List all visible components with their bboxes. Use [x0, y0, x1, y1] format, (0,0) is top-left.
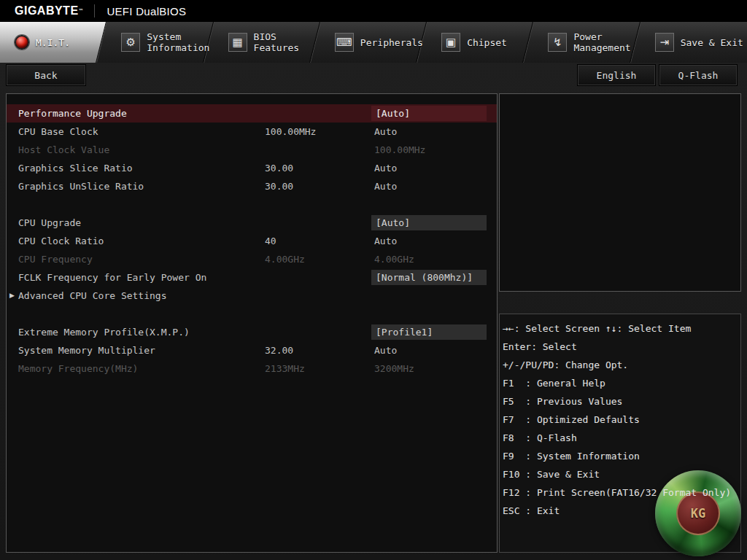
tab-bios-features[interactable]: ▦BIOS Features [214, 22, 320, 63]
mit-sphere-icon [15, 35, 29, 50]
setting-label: Advanced CPU Core Settings [18, 287, 167, 305]
setting-value: Auto [374, 177, 397, 195]
setting-label: Host Clock Value [18, 141, 109, 159]
qflash-button[interactable]: Q-Flash [659, 64, 738, 86]
bios-features-icon: ▦ [228, 33, 247, 52]
setting-label: CPU Frequency [18, 250, 93, 268]
setting-value: [Auto] [371, 215, 487, 230]
tab-label: Power Management [573, 31, 640, 53]
back-button[interactable]: Back [6, 64, 86, 86]
tab-label: Chipset [467, 37, 507, 48]
setting-value: Auto [374, 232, 397, 250]
trademark-symbol: ™ [80, 8, 83, 15]
item-help-panel [499, 93, 741, 292]
settings-spacer [7, 305, 497, 323]
setting-current-value: 2133MHz [265, 359, 305, 378]
tab-save-exit[interactable]: ⇥Save & Exit [640, 22, 747, 63]
hotkey-line: F1 : General Help [503, 374, 740, 392]
setting-label: Extreme Memory Profile(X.M.P.) [18, 323, 190, 341]
hotkey-legend-panel: →←: Select Screen ↑↓: Select ItemEnter: … [499, 314, 741, 553]
setting-value: [Profile1] [371, 324, 487, 340]
hotkey-line: F8 : Q-Flash [503, 429, 740, 447]
submenu-arrow-icon: ▶ [9, 287, 15, 305]
hotkey-line: ESC : Exit [503, 502, 740, 520]
tab-peripherals[interactable]: ⌨Peripherals [320, 22, 427, 63]
setting-value: Auto [374, 341, 397, 359]
settings-row-advanced-cpu-core-settings[interactable]: ▶Advanced CPU Core Settings [7, 287, 497, 305]
hotkey-line: Enter: Select [503, 338, 740, 356]
setting-current-value: 30.00 [265, 159, 293, 177]
hotkey-line: F9 : System Information [503, 447, 740, 465]
hotkey-line: F7 : Optimized Defaults [503, 411, 740, 429]
setting-current-value: 4.00GHz [265, 250, 305, 268]
setting-label: CPU Upgrade [18, 214, 81, 232]
tab-m-i-t[interactable]: M.I.T. [0, 22, 107, 63]
settings-panel: Performance Upgrade[Auto]CPU Base Clock1… [6, 93, 498, 553]
settings-row-cpu-clock-ratio[interactable]: CPU Clock Ratio40Auto [7, 232, 497, 250]
setting-label: FCLK Frequency for Early Power On [18, 268, 206, 287]
peripherals-icon: ⌨ [335, 33, 354, 52]
setting-label: CPU Clock Ratio [18, 232, 104, 250]
settings-row-cpu-upgrade[interactable]: CPU Upgrade[Auto] [7, 214, 497, 232]
setting-current-value: 40 [265, 232, 276, 250]
tab-label: BIOS Features [254, 31, 320, 53]
settings-spacer [7, 195, 497, 214]
chipset-icon: ▣ [441, 33, 460, 52]
setting-current-value: 30.00 [265, 177, 293, 195]
tab-power-management[interactable]: ↯Power Management [533, 22, 640, 63]
setting-value: Auto [374, 159, 397, 177]
gigabyte-logo: GIGABYTE [15, 4, 79, 18]
tab-system-information[interactable]: ⚙System Information [107, 22, 213, 63]
power-management-icon: ↯ [548, 33, 567, 52]
settings-row-graphics-unslice-ratio[interactable]: Graphics UnSlice Ratio30.00Auto [7, 177, 497, 195]
hotkey-line: F5 : Previous Values [503, 392, 740, 411]
tab-label: Peripherals [360, 37, 423, 48]
bios-tab-bar: M.I.T.⚙System Information▦BIOS Features⌨… [0, 22, 747, 63]
setting-value: Auto [374, 122, 397, 141]
setting-value: 100.00MHz [374, 141, 425, 159]
setting-label: Graphics Slice Ratio [18, 159, 133, 177]
settings-row-cpu-frequency[interactable]: CPU Frequency4.00GHz4.00GHz [7, 250, 497, 268]
settings-row-host-clock-value[interactable]: Host Clock Value100.00MHz [7, 141, 497, 159]
hotkey-line: +/-/PU/PD: Change Opt. [503, 356, 740, 374]
settings-row-performance-upgrade[interactable]: Performance Upgrade[Auto] [7, 104, 497, 122]
settings-row-system-memory-multiplier[interactable]: System Memory Multiplier32.00Auto [7, 341, 497, 359]
hotkey-line: F12 : Print Screen(FAT16/32 Format Only) [503, 483, 740, 502]
setting-value: [Normal (800Mhz)] [371, 270, 487, 285]
tab-label: Save & Exit [681, 37, 743, 48]
setting-label: Memory Frequency(MHz) [18, 359, 138, 378]
setting-value: [Auto] [371, 106, 487, 121]
settings-row-cpu-base-clock[interactable]: CPU Base Clock100.00MHzAuto [7, 122, 497, 141]
tab-label: System Information [147, 31, 213, 53]
bios-setup-screen: GIGABYTE™ UEFI DualBIOS M.I.T.⚙System In… [0, 0, 747, 560]
settings-row-fclk-frequency-for-early-power-on[interactable]: FCLK Frequency for Early Power On[Normal… [7, 268, 497, 287]
gear-icon: ⚙ [121, 33, 140, 52]
setting-label: System Memory Multiplier [18, 341, 155, 359]
settings-row-extreme-memory-profile-x-m-p[interactable]: Extreme Memory Profile(X.M.P.)[Profile1] [7, 323, 497, 341]
language-button[interactable]: English [577, 64, 656, 86]
setting-value: 4.00GHz [374, 250, 414, 268]
tab-chipset[interactable]: ▣Chipset [427, 22, 533, 63]
tab-label: M.I.T. [36, 37, 70, 48]
setting-label: Performance Upgrade [18, 104, 127, 122]
setting-value: 3200MHz [374, 359, 414, 378]
setting-current-value: 32.00 [265, 341, 293, 359]
setting-label: Graphics UnSlice Ratio [18, 177, 144, 195]
setting-current-value: 100.00MHz [265, 122, 316, 141]
firmware-title: UEFI DualBIOS [107, 5, 186, 18]
hotkey-line: →←: Select Screen ↑↓: Select Item [503, 319, 740, 338]
top-bar: GIGABYTE™ UEFI DualBIOS [0, 0, 747, 22]
settings-row-graphics-slice-ratio[interactable]: Graphics Slice Ratio30.00Auto [7, 159, 497, 177]
header-divider [94, 4, 95, 18]
save-exit-icon: ⇥ [655, 33, 674, 52]
hotkey-line: F10 : Save & Exit [503, 465, 740, 483]
setting-label: CPU Base Clock [18, 122, 98, 141]
settings-row-memory-frequency-mhz[interactable]: Memory Frequency(MHz)2133MHz3200MHz [7, 359, 497, 378]
